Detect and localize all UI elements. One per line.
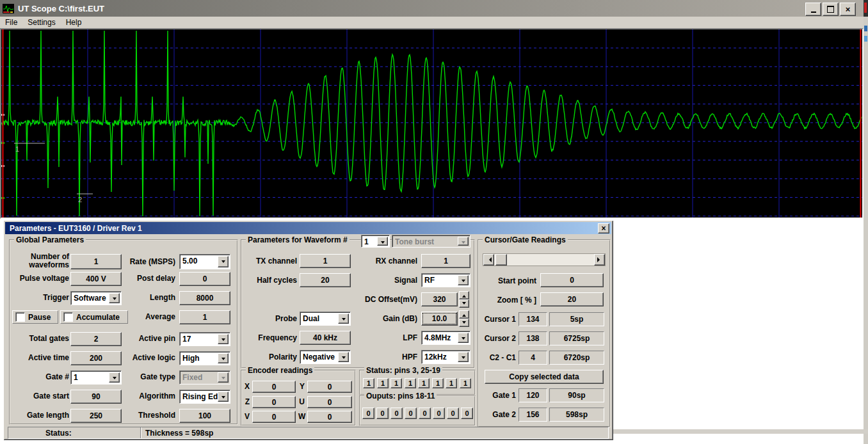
spinner-down-icon bbox=[459, 319, 469, 327]
dialog-status-bar: Status: Thickness = 598sp bbox=[8, 427, 609, 439]
dc-offset-field[interactable]: 320 bbox=[421, 292, 458, 306]
close-icon[interactable]: × bbox=[840, 3, 856, 16]
chevron-down-icon bbox=[338, 352, 349, 362]
tx-channel-field[interactable]: 1 bbox=[300, 254, 351, 268]
active-time-field[interactable]: 200 bbox=[70, 351, 122, 365]
svg-text:2: 2 bbox=[78, 196, 82, 203]
gate2-value: 156 bbox=[518, 408, 547, 422]
gate-type-dropdown: Fixed bbox=[179, 370, 230, 385]
status-pin: 1 bbox=[446, 378, 457, 388]
maximize-icon[interactable] bbox=[823, 3, 839, 16]
gate2-label: Gate 2 bbox=[479, 411, 516, 419]
menu-settings[interactable]: Settings bbox=[22, 17, 60, 28]
cursor1-label: Cursor 1 bbox=[479, 315, 516, 324]
scrollbar-left-icon[interactable] bbox=[483, 254, 494, 266]
active-pin-label: Active pin bbox=[118, 335, 175, 343]
background-window-close-icon bbox=[864, 3, 867, 13]
gate-number-label: Gate # bbox=[10, 373, 69, 381]
dc-offset-spinner[interactable] bbox=[459, 291, 469, 308]
trigger-dropdown[interactable]: Software bbox=[70, 291, 122, 305]
pulse-voltage-field[interactable]: 400 V bbox=[70, 272, 122, 286]
encoder-x-value: 0 bbox=[252, 381, 296, 393]
frequency-field[interactable]: 40 kHz bbox=[300, 331, 351, 345]
group-legend: Global Parameters bbox=[14, 235, 86, 244]
scrollbar-thumb[interactable] bbox=[495, 254, 507, 266]
chevron-down-icon bbox=[458, 275, 469, 285]
num-waveforms-field[interactable]: 1 bbox=[70, 254, 122, 269]
gate-length-label: Gate length bbox=[10, 411, 69, 420]
signal-dropdown[interactable]: RF bbox=[421, 273, 470, 287]
encoder-v-label: V bbox=[243, 413, 250, 421]
pause-checkbox[interactable]: Pause bbox=[12, 310, 58, 324]
checkbox-icon[interactable] bbox=[15, 312, 25, 322]
length-field[interactable]: 8000 bbox=[179, 291, 230, 305]
rate-dropdown[interactable]: 5.00 bbox=[179, 254, 230, 269]
menu-bar: File Settings Help bbox=[0, 17, 864, 28]
menu-help[interactable]: Help bbox=[61, 17, 87, 28]
background-icon bbox=[864, 26, 867, 31]
polarity-dropdown[interactable]: Negative bbox=[300, 350, 351, 364]
chevron-down-icon bbox=[218, 334, 229, 344]
output-pin: 0 bbox=[376, 408, 389, 419]
menu-file[interactable]: File bbox=[0, 17, 22, 28]
cursor2-sp: 6725sp bbox=[549, 331, 604, 345]
scope-display[interactable]: 12 bbox=[0, 28, 864, 219]
hpf-dropdown[interactable]: 12kHz bbox=[421, 350, 470, 364]
threshold-field[interactable]: 100 bbox=[179, 409, 230, 423]
start-point-field[interactable]: 0 bbox=[540, 273, 604, 287]
gate-length-field[interactable]: 250 bbox=[70, 409, 122, 423]
minimize-icon[interactable] bbox=[805, 3, 821, 16]
output-pin: 0 bbox=[447, 408, 459, 419]
chevron-down-icon bbox=[377, 237, 388, 246]
gate-start-field[interactable]: 90 bbox=[70, 390, 122, 404]
gain-spinner[interactable] bbox=[459, 310, 469, 327]
spinner-up-icon bbox=[459, 310, 469, 319]
group-legend: Encoder readings bbox=[246, 366, 314, 375]
zoom-field[interactable]: 20 bbox=[540, 292, 604, 306]
waveform-number-dropdown[interactable]: 1 bbox=[361, 235, 390, 248]
c2-c1-label: C2 - C1 bbox=[479, 354, 516, 362]
group-encoder-readings: Encoder readings X 0 Y 0 Z 0 U 0 V 0 W 0 bbox=[241, 370, 356, 426]
scope-scrollbar[interactable] bbox=[483, 253, 606, 266]
total-gates-field[interactable]: 2 bbox=[70, 332, 122, 346]
window-controls: × bbox=[805, 3, 856, 16]
rx-channel-field[interactable]: 1 bbox=[421, 254, 470, 268]
half-cycles-field[interactable]: 20 bbox=[300, 273, 351, 287]
total-gates-label: Total gates bbox=[10, 335, 69, 343]
encoder-v-value: 0 bbox=[252, 411, 296, 423]
background-icon bbox=[864, 36, 867, 42]
gate-number-dropdown[interactable]: 1 bbox=[70, 370, 122, 385]
post-delay-field[interactable]: 0 bbox=[179, 272, 230, 286]
dialog-close-icon[interactable]: × bbox=[598, 223, 609, 234]
screen: UT Scope C:\first.EUT × File Settings He… bbox=[0, 0, 868, 444]
group-cursor-gate-readings: Cursor/Gate Readings Start point 0 Zoom … bbox=[478, 239, 611, 427]
checkbox-icon[interactable] bbox=[63, 312, 73, 322]
polarity-label: Polarity bbox=[242, 353, 297, 361]
output-pin: 0 bbox=[419, 408, 431, 419]
copy-selected-data-button[interactable]: Copy selected data bbox=[485, 370, 604, 384]
gain-field[interactable]: 10.0 bbox=[421, 312, 458, 326]
main-titlebar: UT Scope C:\first.EUT × bbox=[0, 0, 864, 17]
output-pin: 0 bbox=[433, 408, 445, 419]
active-pin-dropdown[interactable]: 17 bbox=[179, 332, 230, 346]
group-global-parameters: Global Parameters Number of waveforms 1 … bbox=[9, 239, 238, 425]
waveform-type-dropdown: Tone burst bbox=[392, 235, 470, 248]
scrollbar-right-icon[interactable] bbox=[594, 254, 605, 266]
lpf-dropdown[interactable]: 4.8MHz bbox=[421, 331, 470, 345]
background-window-strip bbox=[864, 17, 868, 444]
output-pin: 0 bbox=[390, 408, 403, 419]
average-field[interactable]: 1 bbox=[179, 310, 230, 324]
average-label: Average bbox=[118, 313, 175, 321]
output-pin: 0 bbox=[362, 408, 374, 419]
algorithm-dropdown[interactable]: Rising Ed bbox=[179, 390, 230, 404]
active-logic-dropdown[interactable]: High bbox=[179, 351, 230, 365]
spinner-down-icon bbox=[459, 299, 469, 308]
chevron-down-icon bbox=[218, 353, 229, 363]
pulse-voltage-label: Pulse voltage bbox=[10, 274, 69, 283]
post-delay-label: Post delay bbox=[118, 274, 175, 283]
signal-label: Signal bbox=[367, 276, 417, 285]
chevron-down-icon bbox=[458, 333, 469, 343]
c2-c1-value: 4 bbox=[518, 351, 547, 365]
dialog-titlebar[interactable]: Parameters - EUT3160 / Driver Rev 1 × bbox=[5, 222, 611, 234]
start-point-label: Start point bbox=[480, 277, 536, 285]
